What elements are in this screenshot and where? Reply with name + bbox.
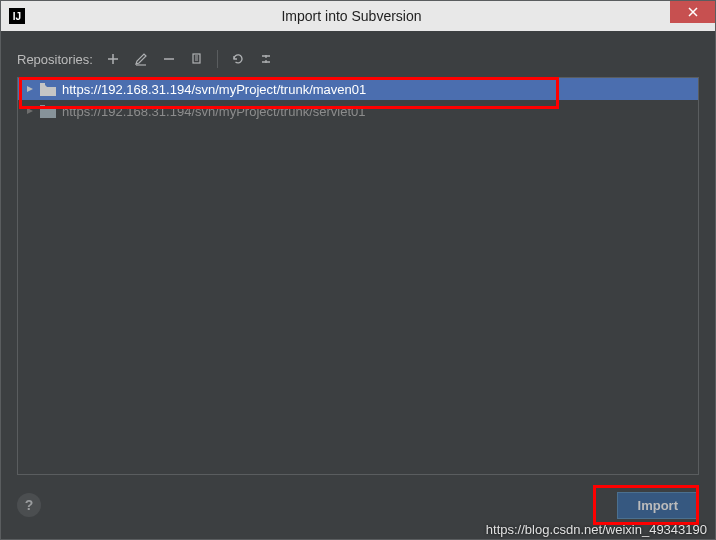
expand-arrow-icon[interactable] xyxy=(26,84,36,94)
import-subversion-dialog: IJ Import into Subversion Repositories: xyxy=(0,0,716,540)
merge-button[interactable] xyxy=(254,47,278,71)
copy-icon xyxy=(190,52,204,66)
merge-icon xyxy=(259,52,273,66)
help-button[interactable]: ? xyxy=(17,493,41,517)
close-icon xyxy=(688,7,698,17)
refresh-button[interactable] xyxy=(226,47,250,71)
folder-icon xyxy=(40,105,56,118)
edit-button[interactable] xyxy=(129,47,153,71)
plus-icon xyxy=(106,52,120,66)
toolbar-separator xyxy=(217,50,218,68)
dialog-footer: ? Import xyxy=(17,475,699,523)
repositories-label: Repositories: xyxy=(17,52,93,67)
tree-row[interactable]: https://192.168.31.194/svn/myProject/tru… xyxy=(18,78,698,100)
pencil-icon xyxy=(134,52,148,66)
dialog-content: Repositories: xyxy=(1,31,715,539)
repository-tree[interactable]: https://192.168.31.194/svn/myProject/tru… xyxy=(17,77,699,475)
import-button[interactable]: Import xyxy=(617,492,699,519)
titlebar: IJ Import into Subversion xyxy=(1,1,715,31)
copy-button[interactable] xyxy=(185,47,209,71)
add-button[interactable] xyxy=(101,47,125,71)
repo-url: https://192.168.31.194/svn/myProject/tru… xyxy=(62,82,366,97)
tree-row[interactable]: https://192.168.31.194/svn/myProject/tru… xyxy=(18,100,698,122)
window-title: Import into Subversion xyxy=(33,8,670,24)
toolbar: Repositories: xyxy=(17,47,699,71)
app-icon: IJ xyxy=(9,8,25,24)
remove-button[interactable] xyxy=(157,47,181,71)
repo-url: https://192.168.31.194/svn/myProject/tru… xyxy=(62,104,366,119)
folder-icon xyxy=(40,83,56,96)
close-button[interactable] xyxy=(670,1,715,23)
expand-arrow-icon[interactable] xyxy=(26,106,36,116)
minus-icon xyxy=(162,52,176,66)
refresh-icon xyxy=(231,52,245,66)
